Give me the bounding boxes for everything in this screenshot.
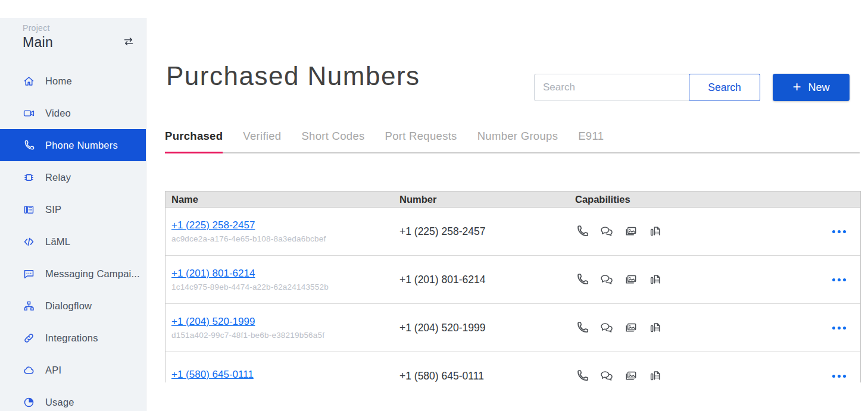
sidebar-item-phone-numbers[interactable]: Phone Numbers <box>0 129 146 161</box>
chip-icon <box>23 171 35 184</box>
number-value: +1 (201) 801-6214 <box>399 274 486 285</box>
capability-icons <box>575 272 821 287</box>
fax-icon <box>648 321 663 335</box>
ellipsis-menu-icon[interactable] <box>832 227 846 237</box>
sms-chat-icon <box>600 224 614 239</box>
sidebar-item-integrations[interactable]: Integrations <box>0 322 146 354</box>
number-link[interactable]: +1 (204) 520-1999 <box>171 316 255 327</box>
ellipsis-menu-icon[interactable] <box>832 323 846 333</box>
sidebar-item-label: Phone Numbers <box>45 140 118 151</box>
sidebar-item-video[interactable]: Video <box>0 97 146 129</box>
home-icon <box>23 75 35 87</box>
number-uuid: ac9dce2a-a176-4e65-b108-8a3eda6bcbef <box>171 234 399 243</box>
table-row: +1 (225) 258-2457 ac9dce2a-a176-4e65-b10… <box>166 208 860 256</box>
sidebar-item-messaging-campaigns[interactable]: Messaging Campai... <box>0 258 146 290</box>
table-header: Name Number Capabilities <box>166 191 860 208</box>
sms-chat-icon <box>600 321 614 335</box>
tab-purchased[interactable]: Purchased <box>165 130 223 152</box>
sidebar-item-label: Integrations <box>45 332 98 344</box>
search-bar: Search <box>534 74 760 101</box>
phone-icon <box>23 139 35 152</box>
sidebar: Project Main Home Video Phone Numbers Re… <box>0 18 146 411</box>
code-icon <box>23 236 35 248</box>
sidebar-item-label: Video <box>45 108 71 119</box>
sidebar-item-home[interactable]: Home <box>0 65 146 97</box>
video-camera-icon <box>23 107 35 120</box>
search-button[interactable]: Search <box>689 74 760 101</box>
search-input[interactable] <box>534 74 689 101</box>
voice-call-icon <box>575 224 589 239</box>
fax-icon <box>648 224 663 239</box>
sidebar-item-label: Messaging Campai... <box>45 268 140 280</box>
sidebar-item-usage[interactable]: Usage <box>0 386 146 411</box>
new-button-label: New <box>808 81 830 94</box>
voice-call-icon <box>575 272 589 287</box>
fax-phone-icon <box>23 203 35 216</box>
capability-icons <box>575 321 821 335</box>
column-header-name: Name <box>166 194 399 205</box>
voice-call-icon <box>575 369 589 382</box>
number-uuid: 1c14c975-89eb-4474-a22b-62a24143552b <box>171 283 399 291</box>
mms-image-icon <box>624 272 638 287</box>
sidebar-item-label: LāML <box>45 236 70 247</box>
number-link[interactable]: +1 (580) 645-0111 <box>171 369 254 380</box>
project-switcher: Project Main <box>0 18 146 65</box>
number-value: +1 (225) 258-2457 <box>399 225 486 237</box>
pie-chart-icon <box>23 396 35 409</box>
ellipsis-menu-icon[interactable] <box>832 371 846 381</box>
new-button[interactable]: + New <box>773 74 850 101</box>
top-strip <box>0 0 868 18</box>
app-window: Project Main Home Video Phone Numbers Re… <box>0 0 868 411</box>
sitemap-icon <box>23 300 35 312</box>
number-value: +1 (204) 520-1999 <box>399 322 486 334</box>
page-title: Purchased Numbers <box>166 61 420 91</box>
plus-icon: + <box>792 80 801 94</box>
swap-horizontal-icon[interactable] <box>121 36 136 49</box>
sidebar-item-label: Home <box>45 76 72 87</box>
fax-icon <box>648 272 663 287</box>
number-value: +1 (580) 645-0111 <box>399 370 484 382</box>
sidebar-item-label: Dialogflow <box>45 300 92 312</box>
number-uuid: d151a402-99c7-48f1-be6b-e38219b56a5f <box>171 331 399 340</box>
voice-call-icon <box>575 321 589 335</box>
sidebar-item-relay[interactable]: Relay <box>0 161 146 193</box>
tab-short-codes[interactable]: Short Codes <box>301 130 364 152</box>
sidebar-item-label: SIP <box>45 204 61 215</box>
sidebar-menu: Home Video Phone Numbers Relay SIP LāML <box>0 65 146 411</box>
column-header-capabilities: Capabilities <box>575 194 821 205</box>
tab-bar: Purchased Verified Short Codes Port Requ… <box>165 130 860 153</box>
sidebar-item-laml[interactable]: LāML <box>0 225 146 258</box>
table-row: +1 (580) 645-0111 +1 (580) 645-0111 <box>166 352 860 382</box>
sidebar-item-api[interactable]: API <box>0 354 146 386</box>
ellipsis-menu-icon[interactable] <box>832 275 846 285</box>
capability-icons <box>575 224 821 239</box>
sidebar-item-label: Usage <box>45 397 74 408</box>
number-link[interactable]: +1 (225) 258-2457 <box>171 219 255 231</box>
mms-image-icon <box>624 224 638 239</box>
sms-chat-icon <box>600 272 614 287</box>
tab-port-requests[interactable]: Port Requests <box>385 130 457 152</box>
sidebar-item-dialogflow[interactable]: Dialogflow <box>0 290 146 322</box>
table-row: +1 (204) 520-1999 d151a402-99c7-48f1-be6… <box>166 304 860 352</box>
table-row: +1 (201) 801-6214 1c14c975-89eb-4474-a22… <box>166 256 860 304</box>
tab-e911[interactable]: E911 <box>578 130 604 152</box>
project-label: Project <box>23 23 134 33</box>
tab-verified[interactable]: Verified <box>243 130 281 152</box>
capability-icons <box>575 369 821 382</box>
numbers-table: Name Number Capabilities +1 (225) 258-24… <box>165 191 861 382</box>
mms-image-icon <box>624 369 638 382</box>
sidebar-item-label: API <box>45 365 61 376</box>
link-icon <box>23 332 35 344</box>
project-name: Main <box>23 34 134 51</box>
fax-icon <box>648 369 663 382</box>
sms-chat-icon <box>600 369 614 382</box>
tab-number-groups[interactable]: Number Groups <box>477 130 558 152</box>
chat-bubble-icon <box>23 268 35 280</box>
mms-image-icon <box>624 321 638 335</box>
number-link[interactable]: +1 (201) 801-6214 <box>171 268 255 279</box>
sidebar-item-label: Relay <box>45 172 71 183</box>
sidebar-item-sip[interactable]: SIP <box>0 193 146 225</box>
cloud-icon <box>23 364 35 377</box>
column-header-number: Number <box>399 194 575 205</box>
